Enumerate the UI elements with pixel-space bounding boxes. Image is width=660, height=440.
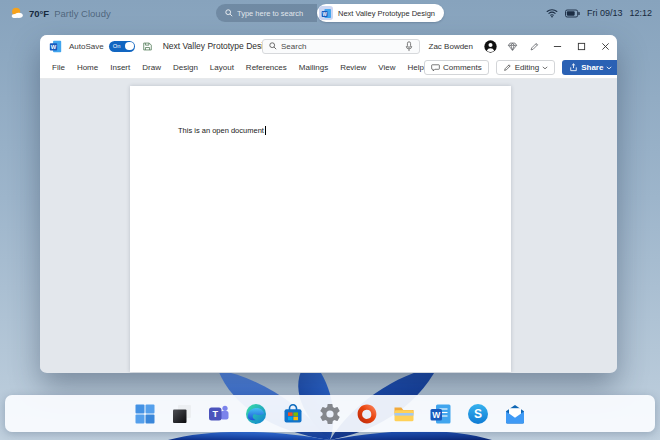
- tab-references[interactable]: References: [246, 63, 287, 72]
- chevron-down-icon: [606, 66, 612, 70]
- svg-text:W: W: [51, 43, 57, 49]
- autosave-state: On: [113, 43, 121, 49]
- taskbar-icon-settings[interactable]: [318, 401, 343, 426]
- document-canvas: This is an open document: [40, 79, 617, 372]
- tab-view[interactable]: View: [378, 63, 395, 72]
- taskbar-icon-office[interactable]: [355, 401, 380, 426]
- tab-mailings[interactable]: Mailings: [299, 63, 328, 72]
- tab-help[interactable]: Help: [408, 63, 424, 72]
- partly-cloudy-icon: [10, 6, 24, 20]
- word-search-box[interactable]: [262, 39, 420, 54]
- taskbar-icon-file-explorer[interactable]: [392, 401, 417, 426]
- share-icon: [569, 63, 578, 72]
- running-app-label: Next Valley Prototype Design: [338, 9, 435, 18]
- taskbar-icon-edge[interactable]: [244, 401, 269, 426]
- desktop-search-box[interactable]: [216, 4, 317, 22]
- microphone-icon[interactable]: [405, 41, 413, 52]
- tab-home[interactable]: Home: [77, 63, 98, 72]
- taskbar-icon-teams[interactable]: T: [207, 401, 232, 426]
- edge-icon: [244, 402, 268, 426]
- mail-icon: [503, 402, 527, 426]
- word-window: W AutoSave On Next Valley Prototype Desi…: [40, 35, 617, 373]
- word-logo-icon: W: [49, 40, 62, 53]
- word-search-input[interactable]: [281, 42, 401, 51]
- battery-icon[interactable]: [565, 9, 580, 18]
- tab-insert[interactable]: Insert: [110, 63, 130, 72]
- office-icon: [355, 402, 379, 426]
- tab-review[interactable]: Review: [340, 63, 366, 72]
- tab-draw[interactable]: Draw: [142, 63, 161, 72]
- taskbar: T: [5, 395, 655, 432]
- comments-label: Comments: [443, 63, 482, 72]
- desktop-search-input[interactable]: [237, 9, 307, 18]
- folder-icon: [392, 402, 416, 426]
- search-icon: [269, 42, 277, 50]
- document-text: This is an open document: [178, 126, 264, 135]
- share-button[interactable]: Share: [562, 60, 617, 75]
- desktop: 70°F Partly Cloudy W Next V: [0, 0, 660, 440]
- running-app-pill[interactable]: W Next Valley Prototype Design: [317, 4, 444, 22]
- pencil-icon: [503, 63, 512, 72]
- save-icon[interactable]: [142, 41, 153, 52]
- taskbar-icon-dark-app[interactable]: [170, 401, 195, 426]
- taskbar-icon-store[interactable]: [281, 401, 306, 426]
- editing-label: Editing: [515, 63, 539, 72]
- autosave-label: AutoSave: [69, 42, 104, 51]
- dark-squares-icon: [170, 402, 194, 426]
- search-icon: [225, 9, 233, 17]
- svg-text:T: T: [212, 409, 218, 419]
- skype-icon: S: [466, 402, 490, 426]
- word-titlebar: W AutoSave On Next Valley Prototype Desi…: [40, 35, 617, 57]
- svg-text:W: W: [432, 409, 441, 419]
- weather-widget[interactable]: 70°F Partly Cloudy: [10, 0, 111, 26]
- tab-file[interactable]: File: [52, 63, 65, 72]
- store-icon: [281, 402, 305, 426]
- document-text-line: This is an open document: [178, 126, 266, 135]
- weather-temperature: 70°F: [29, 8, 49, 19]
- word-icon: W: [429, 402, 453, 426]
- close-icon: [601, 42, 610, 51]
- ribbon-right-cluster: Comments Editing Share: [424, 60, 617, 75]
- document-page[interactable]: This is an open document: [130, 86, 511, 372]
- comment-icon: [431, 64, 440, 72]
- tab-design[interactable]: Design: [173, 63, 198, 72]
- weather-condition: Partly Cloudy: [54, 8, 111, 19]
- gear-icon: [318, 402, 342, 426]
- text-cursor: [265, 126, 266, 135]
- editing-button[interactable]: Editing: [496, 60, 555, 75]
- windows-start-icon: [133, 402, 157, 426]
- svg-text:S: S: [474, 407, 482, 421]
- toggle-knob: [125, 42, 134, 51]
- account-name[interactable]: Zac Bowden: [429, 42, 473, 51]
- system-tray: Fri 09/13 12:12: [546, 0, 652, 26]
- maximize-button[interactable]: [569, 35, 593, 57]
- minimize-button[interactable]: [545, 35, 569, 57]
- autosave-toggle[interactable]: On: [109, 41, 135, 52]
- diamond-icon[interactable]: [501, 35, 523, 57]
- close-button[interactable]: [593, 35, 617, 57]
- titlebar-right-cluster: Zac Bowden: [429, 35, 617, 57]
- word-app-icon: W: [319, 6, 333, 20]
- taskbar-search-group: W Next Valley Prototype Design: [216, 4, 444, 22]
- pen-icon[interactable]: [523, 35, 545, 57]
- clock-date[interactable]: Fri 09/13: [587, 8, 623, 18]
- minimize-icon: [553, 42, 562, 51]
- taskbar-icon-mail[interactable]: [503, 401, 528, 426]
- teams-icon: T: [207, 402, 231, 426]
- chevron-down-icon: [542, 66, 548, 70]
- taskbar-icon-word[interactable]: W: [429, 401, 454, 426]
- taskbar-icon-skype[interactable]: S: [466, 401, 491, 426]
- account-avatar[interactable]: [479, 35, 501, 57]
- share-label: Share: [581, 63, 603, 72]
- ribbon-tabs: File Home Insert Draw Design Layout Refe…: [52, 63, 424, 72]
- ribbon-bar: File Home Insert Draw Design Layout Refe…: [40, 57, 617, 79]
- top-status-bar: 70°F Partly Cloudy W Next V: [0, 0, 660, 26]
- taskbar-icon-start[interactable]: [133, 401, 158, 426]
- tab-layout[interactable]: Layout: [210, 63, 234, 72]
- maximize-icon: [577, 42, 586, 51]
- clock-time[interactable]: 12:12: [629, 8, 652, 18]
- wifi-icon[interactable]: [546, 8, 558, 18]
- comments-button[interactable]: Comments: [424, 60, 489, 75]
